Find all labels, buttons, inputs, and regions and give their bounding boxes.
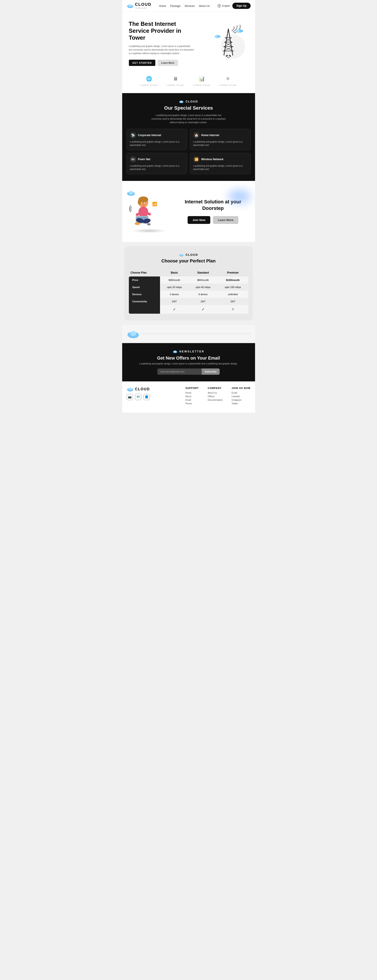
footer-support-home[interactable]: Home [185,391,199,394]
solution-learn-more-button[interactable]: Learn More [213,216,238,224]
services-cloud-icon [179,100,184,103]
svg-point-66 [180,254,182,256]
footer-social-linkedin[interactable]: LinkedIn [232,395,250,398]
nav-menu: Home Package Services About Us [159,4,210,8]
newsletter-cloud-tag: NEWSLETTER [127,350,250,353]
icon-label-3: LOREM IPSUM [193,84,210,86]
nav-about[interactable]: About Us [199,5,210,8]
row-basic-price: $38/month [160,277,189,283]
footer: CLOUD 📷 🪪 📘 Support Home About Email Pho… [122,382,255,413]
hero-image [208,24,249,62]
service-title-4: Wireless Network [201,158,223,161]
services-desc: n publishing and graphic design, Lorem i… [150,114,227,124]
social-heading: Join us now [232,387,250,390]
service-icon-1: 📡 [130,132,136,138]
check-basic: ✓ [173,307,176,311]
tower-illustration [211,24,246,62]
footer-cloud-icon [127,387,134,391]
footer-support-about[interactable]: About [185,395,199,398]
row-label-connectivity: Connectivity [129,298,160,305]
pricing-title: Choose your Perfect Plan [129,258,249,264]
service-desc-4: n publishing and graphic design, Lorem i… [193,164,247,171]
svg-point-32 [228,57,230,58]
newsletter-email-input[interactable] [157,369,202,375]
icon-label-2: LOREM IPSUM [167,84,184,86]
footer-company-offices[interactable]: Offices [208,395,223,398]
row-premium-price: $120/month [217,277,249,283]
facebook-icon[interactable]: 📘 [144,394,150,400]
services-cloud-tag: CLOUD [127,100,250,103]
divider-section [122,325,255,343]
table-row-check: ✓ ✓ ✗ [129,305,249,314]
service-desc-2: n publishing and graphic design, Lorem i… [193,140,247,147]
learn-more-button[interactable]: Learn More [158,60,178,66]
table-row-price: Price $38/month $60/month $120/month [129,277,249,283]
instagram-icon[interactable]: 📷 [127,394,133,400]
footer-logo: CLOUD [127,387,150,391]
join-now-button[interactable]: Join Now [188,216,210,224]
icon-3: 📊 [198,75,206,83]
icon-2: 🖥 [171,75,179,83]
svg-point-37 [180,100,182,102]
nav-package[interactable]: Package [170,5,181,8]
get-started-button[interactable]: GET STARTED [129,60,155,66]
divider-line [142,334,250,334]
footer-company-col: Company About Us Offices Documentation [208,387,223,406]
newsletter-cloud-icon [173,350,177,353]
svg-point-3 [128,4,132,7]
service-card-header-2: 🏠 Home Internet [193,132,247,138]
icon-strip: 🌐 LOREM IPSUM 🖥 LOREM IPSUM 📊 LOREM IPSU… [122,70,255,93]
subscribe-button[interactable]: Subscribe [202,369,220,375]
svg-text:📶: 📶 [152,202,157,207]
footer-logo-area: CLOUD 📷 🪪 📘 [127,387,150,406]
footer-support-col: Support Home About Email Phone [185,387,199,406]
language-selector[interactable]: English [217,4,230,8]
nav-services[interactable]: Services [184,5,195,8]
services-section: CLOUD Our Special Services n publishing … [122,93,255,181]
col-choose: Choose Plan [129,269,160,277]
service-card-header-3: 5G Fiverr Net [130,156,184,162]
footer-support-phone[interactable]: Phone [185,402,199,405]
table-row-connectivity: Connectivity 24/7 24/7 24/7 [129,298,249,305]
signup-button[interactable]: Sign Up [232,3,250,9]
nav-home[interactable]: Home [159,5,166,8]
icon-item-3: 📊 LOREM IPSUM [193,75,210,86]
person-illustration: 📶 [127,194,162,228]
icon-1: 🌐 [145,75,153,83]
row-premium-check: ✗ [217,305,249,314]
svg-point-70 [130,331,136,336]
footer-social-instagram[interactable]: Instagram [232,399,250,401]
card-icon[interactable]: 🪪 [135,394,141,400]
service-title-1: Corporate Internet [138,134,162,137]
svg-point-31 [227,57,228,58]
services-grid: 📡 Corporate Internet n publishing and gr… [127,129,250,174]
row-label-devices: Devices [129,291,160,298]
footer-social-email[interactable]: Email [232,391,250,394]
logo-sub: internet [135,7,152,9]
svg-point-26 [217,35,220,38]
newsletter-desc: n publishing and graphic design, Lorem i… [127,363,250,365]
row-standard-price: $60/month [189,277,217,283]
company-heading: Company [208,387,223,390]
footer-social-twitter[interactable]: Twitter [232,402,250,405]
row-basic-speed: upto 20 mbps [160,283,189,291]
solution-buttons: Join Now Learn More [176,216,250,224]
row-premium-connectivity: 24/7 [217,298,249,305]
footer-company-docs[interactable]: Documentation [208,399,223,401]
cloud-logo-icon [127,3,134,8]
footer-company-about[interactable]: About Us [208,391,223,394]
newsletter-form: Subscribe [157,369,220,375]
svg-point-23 [239,30,243,32]
svg-point-78 [128,388,132,390]
row-label-price: Price [129,277,160,283]
svg-point-74 [174,350,176,352]
footer-support-email[interactable]: Email [185,399,199,401]
row-standard-check: ✓ [189,305,217,314]
services-header: CLOUD Our Special Services n publishing … [127,100,250,124]
footer-social-col: Join us now Email LinkedIn Instagram Twi… [232,387,250,406]
newsletter-title: Get New Offers on Your Email [127,356,250,361]
svg-point-48 [141,202,142,203]
service-icon-2: 🏠 [193,132,200,138]
lang-text: English [222,5,230,7]
svg-point-41 [129,191,133,194]
